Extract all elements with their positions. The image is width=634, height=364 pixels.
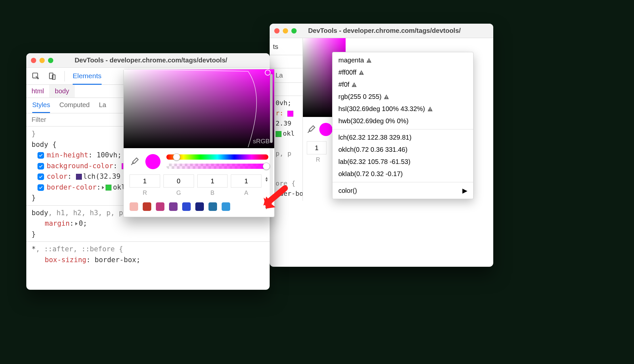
warning-icon: [358, 70, 364, 76]
color-spectrum[interactable]: sRGB: [124, 69, 274, 148]
minimize-window-button[interactable]: [39, 58, 45, 63]
channel-g-input[interactable]: [163, 174, 194, 188]
alpha-slider[interactable]: [166, 164, 268, 169]
swatch[interactable]: [208, 202, 217, 211]
swatch[interactable]: [222, 202, 230, 211]
breadcrumb-html[interactable]: html: [26, 85, 50, 98]
menu-item-magenta[interactable]: magenta: [332, 54, 473, 66]
color-swatch[interactable]: [76, 174, 82, 180]
channel-inputs: R G B A ▲▼: [124, 172, 274, 198]
hue-slider[interactable]: [166, 154, 268, 160]
css-property[interactable]: margin: [45, 219, 70, 227]
swatch[interactable]: [169, 202, 178, 211]
annotation-arrow-icon: [260, 182, 289, 212]
css-property[interactable]: background-color: [47, 162, 113, 170]
breadcrumb-body[interactable]: body: [50, 85, 75, 98]
close-window-button[interactable]: [274, 28, 280, 34]
tab-partial: ts: [273, 43, 278, 51]
tab-elements[interactable]: Elements: [73, 72, 102, 85]
warning-icon: [351, 82, 357, 88]
device-toggle-icon[interactable]: [48, 72, 57, 80]
gamut-label: sRGB: [253, 138, 270, 145]
maximize-window-button[interactable]: [48, 58, 53, 63]
scrollbar[interactable]: [270, 72, 273, 197]
css-property[interactable]: box-sizing: [45, 256, 86, 264]
expand-icon[interactable]: [102, 186, 104, 189]
color-picker: sRGB R G B A ▲▼ ▲▼: [123, 69, 275, 217]
traffic-lights: [31, 58, 53, 63]
eyedropper-icon[interactable]: [130, 157, 139, 167]
warning-icon: [383, 94, 389, 100]
subtab-layout-partial: La: [276, 72, 283, 82]
warning-icon: [366, 57, 372, 63]
css-property[interactable]: border-color: [47, 183, 97, 191]
menu-item-lch[interactable]: lch(62.32 122.38 329.81): [332, 131, 473, 144]
menu-item-oklch[interactable]: oklch(0.72 0.36 331.46): [332, 144, 473, 156]
swatch[interactable]: [182, 202, 191, 211]
swatch[interactable]: [195, 202, 204, 211]
swatch[interactable]: [143, 202, 151, 211]
menu-item-oklab[interactable]: oklab(0.72 0.32 -0.17): [332, 168, 473, 180]
menu-item-rgb[interactable]: rgb(255 0 255): [332, 91, 473, 103]
channel-r-input[interactable]: [130, 174, 160, 188]
channel-a-input[interactable]: [231, 174, 261, 188]
property-checkbox[interactable]: [37, 184, 44, 191]
menu-separator: [332, 129, 473, 129]
swatch[interactable]: [156, 202, 164, 211]
channel-r-input[interactable]: [307, 141, 327, 154]
format-switcher[interactable]: ▲▼: [265, 174, 268, 182]
inspect-icon[interactable]: [32, 72, 40, 80]
property-checkbox[interactable]: [37, 173, 44, 180]
toolbar-divider: [64, 71, 65, 81]
close-window-button[interactable]: [31, 58, 36, 63]
expand-icon[interactable]: [75, 222, 78, 225]
styles-filter-input[interactable]: [32, 116, 97, 124]
menu-item-color-fn[interactable]: color()▶: [332, 184, 473, 197]
palette-swatches: ▲▼: [124, 198, 274, 217]
subtab-styles[interactable]: Styles: [32, 101, 50, 113]
channel-b-input[interactable]: [197, 174, 228, 188]
swatch[interactable]: [130, 202, 138, 211]
subtab-layout[interactable]: La: [99, 101, 106, 113]
menu-item-hwb[interactable]: hwb(302.69deg 0% 0%): [332, 115, 473, 127]
traffic-lights: [274, 28, 297, 34]
menu-separator: [332, 182, 473, 182]
property-checkbox[interactable]: [37, 152, 44, 159]
css-value[interactable]: 100vh;: [97, 151, 122, 159]
maximize-window-button[interactable]: [291, 28, 297, 34]
current-color-swatch: [145, 154, 160, 169]
css-value[interactable]: lch(32.39: [83, 172, 121, 180]
gamut-boundary-curve: [124, 69, 274, 148]
color-swatch[interactable]: [106, 185, 111, 191]
menu-item-hsl[interactable]: hsl(302.69deg 100% 43.32%): [332, 103, 473, 115]
menu-item-lab[interactable]: lab(62.32 105.78 -61.53): [332, 156, 473, 168]
subtab-computed[interactable]: Computed: [59, 101, 89, 113]
color-format-menu: magenta #ff00ff #f0f rgb(255 0 255) hsl(…: [332, 52, 474, 199]
titlebar: DevTools - developer.chrome.com/tags/dev…: [270, 24, 493, 38]
submenu-arrow-icon: ▶: [462, 187, 467, 194]
css-value[interactable]: border-box;: [95, 256, 140, 264]
css-property[interactable]: min-height: [47, 151, 88, 159]
warning-icon: [427, 106, 433, 112]
minimize-window-button[interactable]: [283, 28, 288, 34]
rule-selector[interactable]: body {: [32, 141, 57, 148]
menu-item-hex6[interactable]: #ff00ff: [332, 66, 473, 79]
window-title: DevTools - developer.chrome.com/tags/dev…: [300, 27, 489, 34]
menu-item-hex3[interactable]: #f0f: [332, 79, 473, 91]
property-checkbox[interactable]: [37, 163, 44, 170]
css-value[interactable]: 0;: [79, 219, 87, 227]
css-property[interactable]: color: [47, 172, 67, 180]
eyedropper-icon[interactable]: [306, 125, 316, 134]
window-title: DevTools - developer.chrome.com/tags/dev…: [57, 57, 265, 64]
current-color-swatch: [319, 123, 332, 136]
titlebar: DevTools - developer.chrome.com/tags/dev…: [26, 53, 270, 68]
